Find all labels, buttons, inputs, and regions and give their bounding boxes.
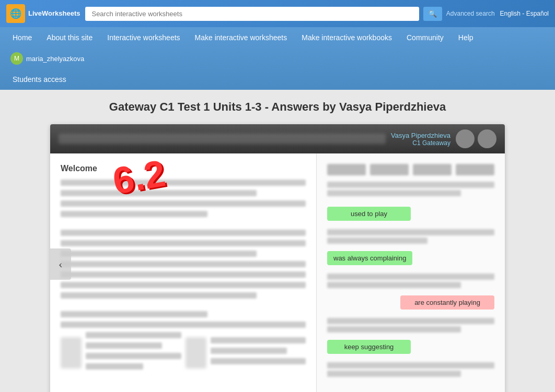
main-content: Gateway C1 Test 1 Units 1-3 - Answers by… — [0, 90, 555, 392]
lang-separator: - — [522, 10, 526, 17]
q-line-3 — [327, 229, 494, 235]
nav-interactive-worksheets[interactable]: Interactive worksheets — [100, 27, 187, 48]
b4 — [86, 363, 143, 370]
author-name: Vasya Piperdzhieva — [391, 132, 450, 139]
blurred-line-1 — [61, 180, 306, 186]
username-label: maria_zhelyazkova — [26, 55, 84, 63]
worksheet-title-blurred — [59, 134, 386, 144]
col-header-4 — [456, 164, 494, 175]
q-line-6 — [327, 282, 461, 288]
search-area: 🔍 Advanced search — [85, 7, 494, 21]
b3 — [86, 353, 181, 359]
answer-row-1: used to play — [327, 207, 494, 221]
q-line-5 — [327, 274, 494, 280]
b6 — [211, 348, 287, 354]
blurred-line-12 — [61, 311, 207, 317]
nav-about[interactable]: About this site — [39, 27, 100, 48]
action-btn-1[interactable] — [456, 129, 475, 148]
worksheet-body: Welcome — [50, 153, 505, 392]
blurred-line-6 — [61, 240, 306, 246]
action-btn-2[interactable] — [478, 129, 496, 148]
column-headers — [327, 164, 494, 175]
logo-area: 🌐 LiveWorksheets — [6, 4, 80, 23]
search-input[interactable] — [85, 7, 419, 21]
blurred-line-10 — [61, 282, 306, 288]
nav-make-workbooks[interactable]: Make interactive workbooks — [294, 27, 399, 48]
answer-row-2: was always complaining — [327, 251, 494, 265]
col-header-2 — [370, 164, 409, 175]
answer-row-4: keep suggesting — [327, 340, 494, 354]
logo-icon: 🌐 — [6, 4, 25, 23]
blurred-line-13 — [61, 322, 306, 328]
q-line-4 — [327, 237, 427, 244]
q-line-7 — [327, 318, 494, 324]
page-title: Gateway C1 Test 1 Units 1-3 - Answers by… — [109, 100, 446, 114]
blurred-line-9 — [61, 271, 306, 278]
left-item-1 — [61, 332, 306, 374]
right-panel: used to play was always complaining are … — [317, 153, 505, 392]
answer-row-3: are constantly playing — [327, 295, 494, 310]
q-line-10 — [327, 371, 461, 377]
logo-text: LiveWorksheets — [28, 9, 80, 18]
answer-box-1: used to play — [327, 207, 411, 221]
worksheet-header: Vasya Piperdzhieva C1 Gateaway — [50, 124, 505, 153]
language-area: English - Español — [500, 10, 549, 17]
blurred-line-5 — [61, 230, 306, 236]
worksheet-subject: C1 Gateaway — [391, 139, 450, 147]
lang-spanish[interactable]: Español — [526, 10, 549, 17]
worksheet-container: 6.2 ‹ › Vasya Piperdzhieva C1 Gateaway W… — [50, 124, 505, 392]
b2 — [86, 342, 162, 349]
nav-home[interactable]: Home — [5, 27, 39, 48]
answer-box-4: keep suggesting — [327, 340, 411, 354]
col-header-1 — [327, 164, 366, 175]
answer-box-2: was always complaining — [327, 251, 412, 265]
lang-english[interactable]: English — [500, 10, 521, 17]
blurred-line-11 — [61, 292, 257, 299]
nav-students-access[interactable]: Students access — [5, 69, 74, 90]
top-bar: 🌐 LiveWorksheets 🔍 Advanced search Engli… — [0, 0, 555, 27]
left-icon-2 — [186, 337, 206, 369]
answer-box-3: are constantly playing — [400, 295, 494, 310]
user-avatar: M — [10, 52, 23, 65]
left-text-2 — [211, 337, 306, 369]
advanced-search-link[interactable]: Advanced search — [446, 10, 495, 17]
nav-bar: Home About this site Interactive workshe… — [0, 27, 555, 90]
worksheet-actions — [456, 129, 496, 148]
left-panel: Welcome — [50, 153, 317, 392]
blurred-line-7 — [61, 251, 257, 257]
section-title: Welcome — [61, 164, 306, 173]
blurred-line-4 — [61, 211, 207, 217]
blurred-line-2 — [61, 190, 257, 196]
user-area: M maria_zhelyazkova — [5, 48, 89, 69]
q-line-1 — [327, 182, 494, 188]
b5 — [211, 337, 306, 343]
blurred-line-3 — [61, 200, 306, 207]
nav-community[interactable]: Community — [399, 27, 451, 48]
q-line-8 — [327, 326, 461, 332]
nav-help[interactable]: Help — [451, 27, 481, 48]
col-header-3 — [413, 164, 452, 175]
search-button[interactable]: 🔍 — [423, 7, 442, 21]
left-text-1 — [86, 332, 181, 374]
nav-make-worksheets[interactable]: Make interactive worksheets — [188, 27, 295, 48]
author-area: Vasya Piperdzhieva C1 Gateaway — [391, 132, 450, 147]
q-line-9 — [327, 362, 494, 369]
b7 — [211, 358, 306, 364]
b1 — [86, 332, 181, 338]
q-line-2 — [327, 190, 461, 196]
left-icon-1 — [61, 337, 82, 369]
blurred-line-8 — [61, 261, 306, 267]
